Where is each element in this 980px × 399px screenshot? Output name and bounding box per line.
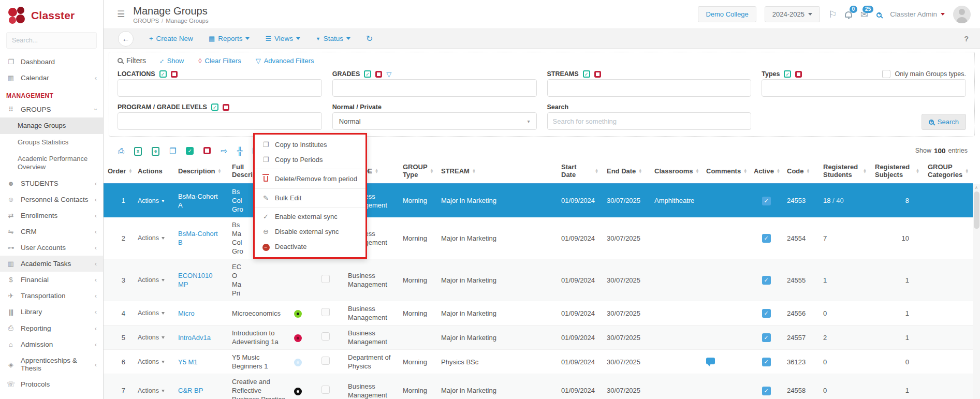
row-actions-button[interactable]: Actions bbox=[138, 358, 165, 366]
description-link[interactable]: C&R BP bbox=[178, 387, 203, 394]
menu-item-bulk-edit[interactable]: ✎ Bulk Edit bbox=[255, 190, 365, 205]
column-header-description[interactable]: Description▲▼ bbox=[174, 160, 228, 184]
sidebar-item-groups[interactable]: ⠿ GROUPS › bbox=[0, 101, 103, 117]
active-checkbox[interactable]: ✓ bbox=[762, 358, 771, 366]
active-checkbox[interactable]: ✓ bbox=[762, 234, 771, 243]
views-dropdown[interactable]: ☰ Views bbox=[265, 35, 300, 42]
sidebar-item-user-accounts[interactable]: ⊶ User Accounts ‹ bbox=[0, 240, 103, 256]
row-checkbox[interactable] bbox=[321, 332, 330, 341]
scroll-up-icon[interactable]: ∧ bbox=[973, 184, 980, 190]
sidebar-item-financial[interactable]: $ Financial ‹ bbox=[0, 272, 103, 288]
funnel-icon[interactable]: ▽ bbox=[386, 70, 391, 78]
search-button[interactable]: Search bbox=[922, 114, 966, 130]
sidebar-item-academic-performance-overview[interactable]: Academic Performance Overview bbox=[0, 151, 103, 175]
streams-input[interactable] bbox=[547, 79, 752, 97]
user-menu[interactable]: Classter Admin bbox=[890, 10, 945, 18]
global-search-button[interactable] bbox=[876, 10, 882, 19]
reports-dropdown[interactable]: ▤ Reports bbox=[209, 35, 250, 42]
refresh-button[interactable]: ↻ bbox=[366, 34, 373, 43]
help-button[interactable]: ? bbox=[964, 35, 969, 43]
types-input[interactable] bbox=[762, 79, 966, 97]
clear-filters-link[interactable]: ◊ Clear Filters bbox=[198, 57, 241, 65]
menu-item-copy-to-periods[interactable]: ❐ Copy to Periods bbox=[255, 152, 365, 167]
table-row[interactable]: 1Actions BsMa-Cohort ABs Col GroBusiness… bbox=[104, 184, 973, 217]
column-header-start-date[interactable]: Start Date▲▼ bbox=[557, 160, 603, 184]
advanced-filters-link[interactable]: ▽ Advanced Filters bbox=[256, 57, 314, 65]
active-checkbox[interactable]: ✓ bbox=[762, 333, 771, 342]
vertical-scrollbar[interactable]: ∧ bbox=[973, 184, 980, 399]
export-excel-icon[interactable]: x bbox=[134, 147, 142, 156]
breadcrumb-root[interactable]: GROUPS bbox=[133, 18, 159, 24]
active-checkbox[interactable]: ✓ bbox=[762, 197, 771, 205]
locations-input[interactable] bbox=[118, 79, 322, 97]
row-checkbox[interactable] bbox=[321, 386, 330, 394]
table-row[interactable]: 4Actions MicroMicroeconomicsBusiness Man… bbox=[104, 301, 973, 326]
create-new-button[interactable]: + Create New bbox=[149, 35, 193, 42]
sidebar-item-calendar[interactable]: ▦ Calendar ‹ bbox=[0, 70, 103, 86]
sidebar-item-library[interactable]: ||| Library ‹ bbox=[0, 304, 103, 320]
table-row[interactable]: 7Actions C&R BPCreative and Reflective B… bbox=[104, 374, 973, 399]
print-icon[interactable]: ⎙ bbox=[118, 147, 124, 155]
flag-icon[interactable]: ⚐ bbox=[828, 10, 837, 19]
menu-item-disable-external-sync[interactable]: ⊖ Disable external sync bbox=[255, 224, 365, 239]
entries-count-selector[interactable]: 100 bbox=[934, 147, 946, 155]
row-actions-button[interactable]: Actions bbox=[138, 234, 165, 243]
description-link[interactable]: ECON1010 MP bbox=[178, 272, 212, 288]
program-grade-levels-input[interactable] bbox=[118, 112, 322, 130]
keyword-search-input[interactable] bbox=[547, 112, 752, 130]
notifications-button[interactable]: 0 bbox=[845, 10, 852, 19]
menu-item-deactivate[interactable]: − Deactivate bbox=[255, 239, 365, 255]
row-actions-button[interactable]: Actions bbox=[138, 276, 165, 285]
sidebar-item-dashboard[interactable]: ❐ Dashboard bbox=[0, 54, 103, 70]
sidebar-item-protocols[interactable]: ☏ Protocols bbox=[0, 376, 103, 392]
column-header-group-categories[interactable]: GROUP Categories▲▼ bbox=[924, 160, 973, 184]
sidebar-item-personnel-contacts[interactable]: ☺ Personnel & Contacts ‹ bbox=[0, 191, 103, 208]
menu-item-enable-external-sync[interactable]: ✓ Enable external sync bbox=[255, 209, 365, 224]
compress-icon[interactable]: ╬ bbox=[237, 147, 243, 155]
brand[interactable]: Classter bbox=[0, 0, 103, 30]
sidebar-item-reporting[interactable]: ⎙ Reporting ‹ bbox=[0, 320, 103, 336]
status-dropdown[interactable]: ▼ Status bbox=[316, 35, 350, 42]
select-all-icon[interactable]: ✓ bbox=[583, 70, 590, 78]
row-checkbox[interactable] bbox=[321, 275, 330, 283]
column-header-code[interactable]: Code▲▼ bbox=[783, 160, 819, 184]
row-actions-button[interactable]: Actions bbox=[138, 197, 165, 205]
column-header-registered-subjects[interactable]: Registered Subjects▲▼ bbox=[871, 160, 924, 184]
table-row[interactable]: 6Actions Y5 M1Y5 Music Beginners 1Depart… bbox=[104, 350, 973, 374]
grades-input[interactable] bbox=[332, 79, 537, 97]
column-header-classrooms[interactable]: Classrooms▲▼ bbox=[650, 160, 702, 184]
column-header-end-date[interactable]: End Date▲▼ bbox=[603, 160, 650, 184]
deselect-all-icon[interactable] bbox=[223, 104, 229, 111]
column-header-registered-students[interactable]: Registered Students▲▼ bbox=[819, 160, 871, 184]
column-header-order[interactable]: Order▲▼ bbox=[104, 160, 134, 184]
export-pdf-icon[interactable]: e bbox=[152, 147, 159, 156]
deselect-all-rows-icon[interactable] bbox=[203, 147, 211, 154]
export-icon[interactable]: ⇨ bbox=[221, 147, 227, 155]
sidebar-item-academic-tasks[interactable]: ▥ Academic Tasks ‹ bbox=[0, 256, 103, 272]
select-all-icon[interactable]: ✓ bbox=[784, 70, 791, 78]
column-header-stream[interactable]: STREAM▲▼ bbox=[437, 160, 557, 184]
sidebar-item-crm[interactable]: ⇋ CRM ‹ bbox=[0, 224, 103, 240]
sidebar-item-enrollments[interactable]: ⇄ Enrollments ‹ bbox=[0, 208, 103, 224]
sidebar-item-manage-groups[interactable]: Manage Groups bbox=[0, 117, 103, 134]
column-header-group-type[interactable]: GROUP Type▲▼ bbox=[399, 160, 437, 184]
deselect-all-icon[interactable] bbox=[375, 71, 382, 78]
column-header-active[interactable]: Active▲▼ bbox=[750, 160, 783, 184]
description-link[interactable]: BsMa-Cohort B bbox=[178, 230, 218, 246]
column-header-comments[interactable]: Comments▲▼ bbox=[702, 160, 750, 184]
row-checkbox[interactable] bbox=[321, 308, 330, 316]
deselect-all-icon[interactable] bbox=[594, 71, 601, 78]
row-actions-button[interactable]: Actions bbox=[138, 387, 165, 395]
deselect-all-icon[interactable] bbox=[171, 71, 178, 78]
sidebar-item-groups-statistics[interactable]: Groups Statistics bbox=[0, 134, 103, 151]
select-all-icon[interactable]: ✓ bbox=[364, 70, 371, 78]
description-link[interactable]: IntroAdv1a bbox=[178, 334, 211, 342]
active-checkbox[interactable]: ✓ bbox=[762, 309, 771, 318]
normal-private-select[interactable]: Normal ▾ bbox=[332, 112, 537, 130]
select-all-icon[interactable]: ✓ bbox=[159, 70, 167, 78]
messages-button[interactable]: ✉ 25 bbox=[860, 10, 868, 19]
row-actions-button[interactable]: Actions bbox=[138, 309, 165, 318]
description-link[interactable]: BsMa-Cohort A bbox=[178, 193, 218, 209]
institution-button[interactable]: Demo College bbox=[698, 6, 756, 22]
select-all-rows-icon[interactable]: ✓ bbox=[186, 147, 194, 155]
